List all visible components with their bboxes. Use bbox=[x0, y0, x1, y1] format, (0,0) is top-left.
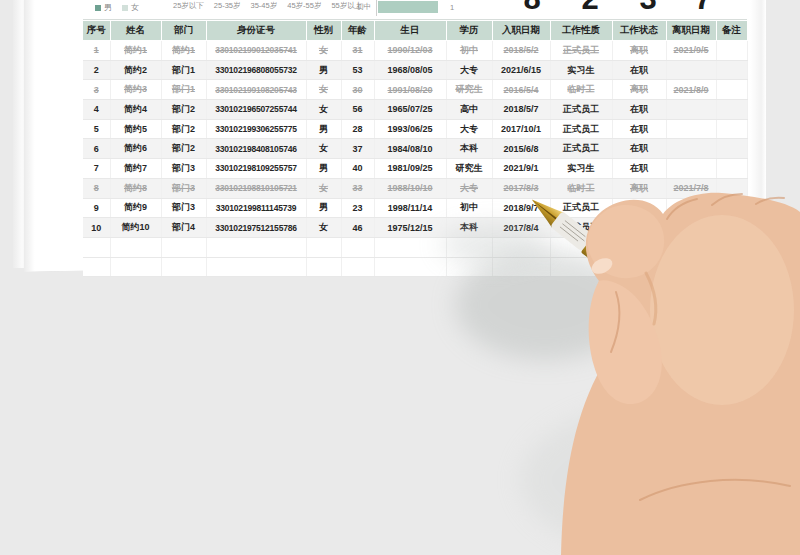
hand-with-pen bbox=[0, 0, 800, 555]
hand bbox=[561, 193, 800, 555]
screenshot-stage: 男女 25岁以下25-35岁35-45岁45岁-55岁55岁以上 初中 1 82… bbox=[0, 0, 800, 555]
